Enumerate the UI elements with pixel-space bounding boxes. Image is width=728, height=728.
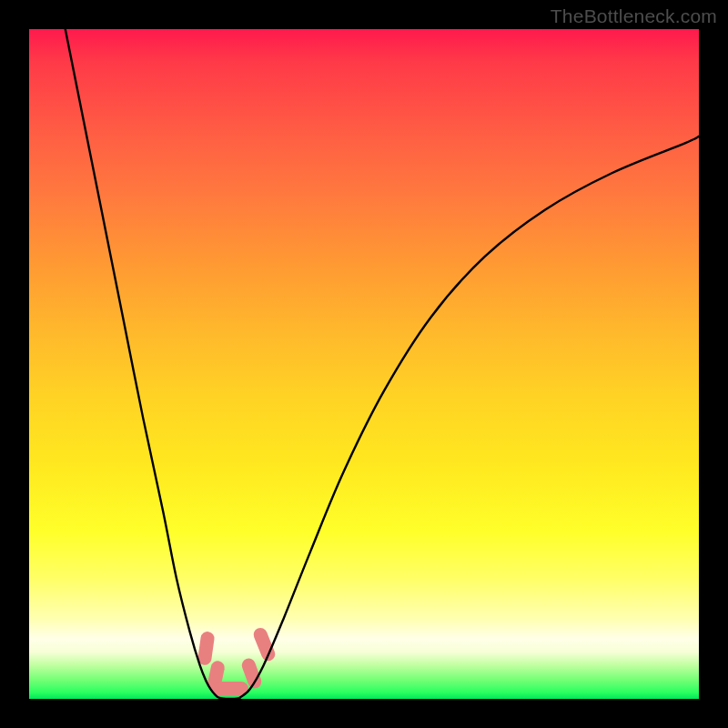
watermark-text: TheBottleneck.com [551, 5, 717, 27]
bottleneck-curve [66, 29, 699, 699]
chart-plot-area [29, 29, 699, 699]
chart-curve-svg [29, 29, 699, 699]
